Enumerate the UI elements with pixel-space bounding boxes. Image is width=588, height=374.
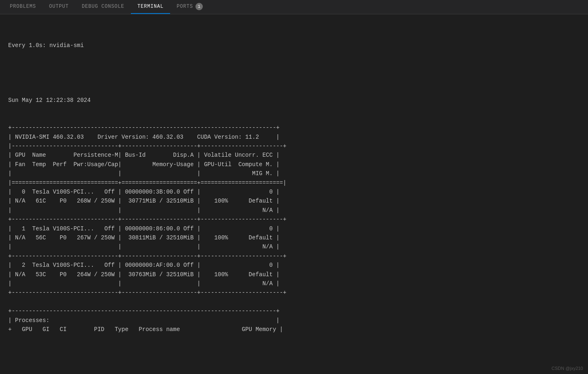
tab-problems[interactable]: PROBLEMS [3,0,43,14]
terminal-output: Every 1.0s: nvidia-smi Sun May 12 12:22:… [0,14,588,374]
timestamp-line: Sun May 12 12:22:38 2024 [8,96,580,105]
watch-line: Every 1.0s: nvidia-smi [8,41,580,50]
watermark: CSDN @jxy210 [552,366,583,371]
nvidia-smi-output: +---------------------------------------… [8,123,580,334]
tab-terminal[interactable]: TERMINAL [131,0,170,14]
tab-output[interactable]: OUTPUT [43,0,75,14]
tab-debug-console[interactable]: DEBUG CONSOLE [75,0,131,14]
ports-badge: 1 [195,3,203,10]
tab-ports[interactable]: PORTS 1 [170,0,209,14]
tab-bar: PROBLEMS OUTPUT DEBUG CONSOLE TERMINAL P… [0,0,588,14]
